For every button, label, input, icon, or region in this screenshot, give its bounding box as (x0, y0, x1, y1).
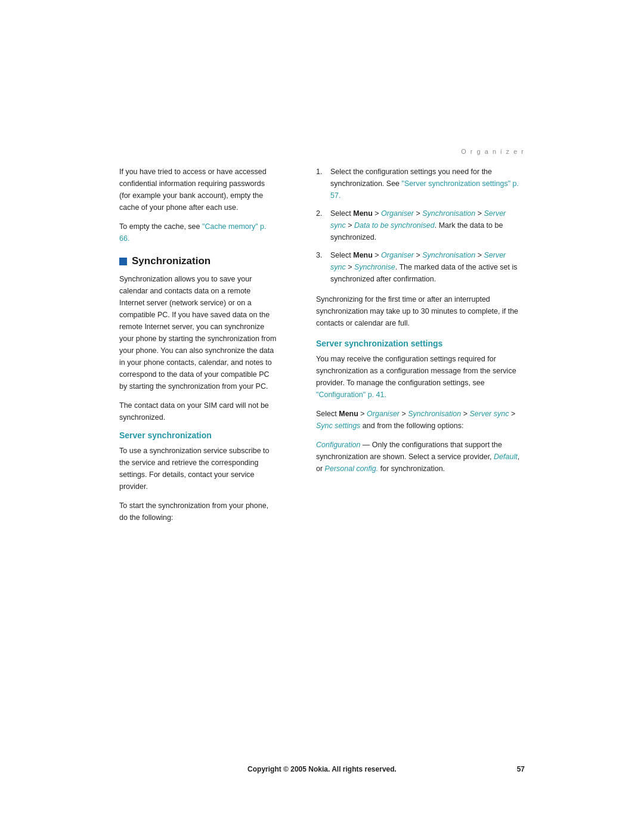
cache-note-prefix: To empty the cache, see (119, 222, 202, 231)
server-settings-body-2: Select Menu > Organiser > Synchronisatio… (316, 408, 522, 432)
page: O r g a n i z e r If you have tried to a… (0, 0, 644, 833)
cache-note: To empty the cache, see "Cache memory" p… (119, 221, 277, 244)
sync-note: Synchronizing for the first time or afte… (316, 293, 522, 329)
italic-datatobe-2: Data to be synchronised (354, 221, 435, 230)
italic-organiser-2: Organiser (381, 209, 414, 218)
italic-configuration-option: Configuration (316, 441, 360, 449)
server-sync-body-1: To use a synchronization service subscri… (119, 445, 277, 493)
italic-organiser-3: Organiser (381, 251, 414, 259)
list-text-1: Select the configuration settings you ne… (330, 166, 522, 202)
bold-menu-settings: Menu (339, 410, 358, 418)
italic-synchronisation-2: Synchronisation (422, 209, 475, 218)
synchronization-title: Synchronization (132, 255, 210, 267)
blue-square-icon (119, 258, 127, 265)
list-item-3: 3. Select Menu > Organiser > Synchronisa… (316, 249, 522, 285)
italic-organiser-settings: Organiser (367, 410, 400, 418)
list-num-2: 2. (316, 208, 326, 243)
configuration-link[interactable]: "Configuration" p. 41. (316, 391, 386, 399)
server-settings-body-1: You may receive the configuration settin… (316, 353, 522, 401)
italic-serversync-settings: Server sync (469, 410, 509, 418)
server-sync-settings-link[interactable]: "Server synchronization settings" p. 57. (330, 179, 519, 200)
copyright-text: Copyright © 2005 Nokia. All rights reser… (247, 765, 397, 773)
italic-syncsettings: Sync settings (316, 422, 360, 430)
italic-synchronise-3: Synchronise (354, 263, 395, 271)
numbered-list: 1. Select the configuration settings you… (316, 166, 522, 285)
italic-personal-config: Personal config. (325, 465, 379, 473)
server-sync-heading: Server synchronization (119, 431, 277, 440)
italic-synchronisation-settings: Synchronisation (408, 410, 461, 418)
bold-menu-2: Menu (353, 209, 373, 218)
server-settings-text-1: You may receive the configuration settin… (316, 355, 516, 387)
config-options-text: Configuration — Only the configurations … (316, 439, 522, 475)
list-item-2: 2. Select Menu > Organiser > Synchronisa… (316, 208, 522, 243)
organizer-label: O r g a n i z e r (461, 148, 525, 155)
section-heading-synchronization: Synchronization (119, 255, 277, 267)
page-number: 57 (517, 765, 525, 773)
intro-paragraph: If you have tried to access or have acce… (119, 166, 277, 213)
server-settings-heading: Server synchronization settings (316, 339, 522, 348)
list-text-2: Select Menu > Organiser > Synchronisatio… (330, 208, 522, 243)
list-text-3: Select Menu > Organiser > Synchronisatio… (330, 249, 522, 285)
italic-synchronisation-3: Synchronisation (422, 251, 475, 259)
left-column: If you have tried to access or have acce… (119, 166, 277, 531)
list-num-1: 1. (316, 166, 326, 202)
server-sync-body-2: To start the synchronization from your p… (119, 500, 277, 524)
sync-body-1: Synchronization allows you to save your … (119, 273, 277, 392)
footer: Copyright © 2005 Nokia. All rights reser… (0, 765, 644, 773)
italic-default: Default (494, 453, 518, 461)
sync-body-2: The contact data on your SIM card will n… (119, 400, 277, 423)
bold-menu-3: Menu (353, 251, 373, 259)
right-column: 1. Select the configuration settings you… (316, 166, 522, 482)
config-end-text: for synchronization. (378, 465, 445, 473)
list-num-3: 3. (316, 249, 326, 285)
list-item-1: 1. Select the configuration settings you… (316, 166, 522, 202)
